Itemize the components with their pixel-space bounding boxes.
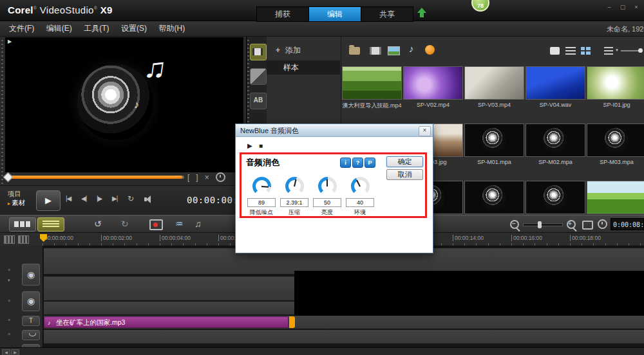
video-track-icon[interactable]: ◉ <box>22 264 40 286</box>
go-end-button[interactable]: ▶| <box>112 195 117 202</box>
ambience-dial[interactable] <box>351 177 370 196</box>
compression-dial[interactable] <box>285 177 304 196</box>
timeline-view-button[interactable] <box>37 217 64 232</box>
library-item[interactable]: 澳大利亚导入技能.mp4 <box>342 66 402 123</box>
mode-clip[interactable]: ▸素材 <box>8 198 25 208</box>
upload-arrow-icon[interactable] <box>417 8 426 18</box>
library-item[interactable]: SP-M02.mpa <box>526 123 585 181</box>
knob-value-field[interactable]: 89 <box>247 198 276 207</box>
audio-thumbnail[interactable] <box>526 181 585 214</box>
library-item[interactable]: SP-M03.mpa <box>587 123 644 181</box>
filter-photo-icon[interactable] <box>388 46 400 55</box>
timeline-scrollbar[interactable]: ◀ ▶ <box>0 347 644 355</box>
nav-title-button[interactable]: AB <box>250 93 267 109</box>
zoom-in-icon[interactable] <box>567 220 576 229</box>
audio-clip[interactable]: ♪ 坐在矿车上的国家.mp3 <box>44 316 289 328</box>
video-thumbnail[interactable] <box>464 66 524 100</box>
minimize-button[interactable]: – <box>605 3 613 11</box>
auto-music-icon[interactable]: ♫ <box>194 219 202 229</box>
zoom-out-icon[interactable] <box>510 220 519 229</box>
close-window-button[interactable]: × <box>632 3 640 11</box>
timeline-zoom-slider[interactable] <box>523 223 563 226</box>
enlarge-preview-icon[interactable] <box>216 172 225 182</box>
title-track-icon[interactable]: T <box>22 316 40 326</box>
go-start-button[interactable]: |◀ <box>66 195 71 202</box>
voice-track-icon[interactable] <box>22 330 40 340</box>
thumbnail-size-slider[interactable] <box>621 50 641 51</box>
audio-thumbnail[interactable] <box>587 123 644 157</box>
tab-capture[interactable]: 捕获 <box>256 6 309 22</box>
tab-share[interactable]: 共享 <box>361 6 413 22</box>
track-options-icon[interactable]: ≡ <box>8 332 10 336</box>
zoom-slider-handle[interactable] <box>538 221 542 228</box>
next-frame-button[interactable]: |▶ <box>97 195 102 202</box>
image-thumbnail[interactable] <box>587 66 644 100</box>
mark-in-icon[interactable]: [ <box>187 173 189 182</box>
library-item[interactable]: SP-V04.wav <box>526 66 585 123</box>
view-list-icon[interactable] <box>565 47 576 55</box>
preview-scrubber[interactable] <box>5 174 184 181</box>
help-button[interactable]: ? <box>352 158 363 168</box>
music-track[interactable] <box>44 330 644 343</box>
clip-trim-handle[interactable] <box>289 316 295 328</box>
audio-thumbnail[interactable] <box>526 123 585 157</box>
nav-transition-button[interactable] <box>250 68 267 85</box>
view-thumbnail-icon[interactable] <box>550 47 560 55</box>
filter-video-icon[interactable] <box>370 47 381 55</box>
repeat-button[interactable]: ↻ <box>128 194 133 203</box>
dialog-close-button[interactable]: × <box>419 126 431 136</box>
ripple-edit-icon[interactable] <box>18 235 29 244</box>
library-item[interactable] <box>526 181 585 215</box>
view-grid-icon[interactable] <box>581 47 591 55</box>
cancel-button[interactable]: 取消 <box>386 169 423 180</box>
overlay-track-icon[interactable]: ◉ <box>22 291 40 311</box>
storyboard-view-button[interactable] <box>9 217 36 232</box>
library-item[interactable]: SP-M01.mpa <box>464 123 524 181</box>
knob-value-field[interactable]: 40 <box>346 198 374 207</box>
menu-settings[interactable]: 设置(S) <box>121 23 147 34</box>
knob-value-field[interactable]: 2.39:1 <box>280 198 308 207</box>
scroll-left-button[interactable]: ◀ <box>2 349 10 355</box>
library-item[interactable]: SP-V03.mp4 <box>464 66 524 123</box>
library-item[interactable] <box>464 181 524 215</box>
menu-help[interactable]: 帮助(H) <box>158 23 185 34</box>
play-button[interactable]: ▶ <box>36 190 61 211</box>
track-options-icon[interactable]: ≡ <box>8 298 10 303</box>
duration-icon[interactable] <box>598 219 607 229</box>
track-collapse-icon[interactable]: ▾ <box>8 278 10 283</box>
sort-icon[interactable] <box>604 47 613 55</box>
filter-audio-icon[interactable]: ♪ <box>409 43 414 54</box>
scroll-right-button[interactable]: ▶ <box>11 349 19 355</box>
track-options-icon[interactable]: ≡ <box>8 318 10 322</box>
dialog-play-icon[interactable]: ▶ <box>247 142 252 149</box>
brightness-dial[interactable] <box>318 177 337 196</box>
knob-value-field[interactable]: 50 <box>313 198 341 207</box>
maximize-button[interactable]: ▢ <box>619 3 627 11</box>
audio-thumbnail[interactable] <box>464 123 524 157</box>
nav-media-button[interactable] <box>250 44 267 60</box>
menu-edit[interactable]: 编辑(E) <box>46 23 72 34</box>
volume-icon[interactable] <box>144 196 152 203</box>
menu-tools[interactable]: 工具(T) <box>84 23 109 34</box>
preset-button[interactable]: P <box>365 158 375 168</box>
prev-frame-button[interactable]: ◀| <box>81 195 86 202</box>
tab-edit[interactable]: 编辑 <box>309 6 361 22</box>
record-capture-icon[interactable] <box>149 219 163 230</box>
sound-mixer-icon[interactable]: ♒ <box>175 219 184 229</box>
mode-project[interactable]: 项目 <box>8 189 25 198</box>
library-item[interactable] <box>587 181 644 215</box>
image-thumbnail[interactable] <box>587 181 644 214</box>
filter-media-icon[interactable] <box>425 45 435 55</box>
video-thumbnail[interactable] <box>526 66 585 100</box>
scrubber-handle[interactable] <box>3 172 14 183</box>
ok-button[interactable]: 确定 <box>386 156 423 167</box>
fit-timeline-icon[interactable] <box>582 221 593 230</box>
noise-reduction-dial[interactable] <box>252 177 271 196</box>
add-folder-button[interactable]: +添加 <box>276 45 301 56</box>
dialog-stop-icon[interactable]: ■ <box>259 142 263 149</box>
track-options-icon[interactable]: ≡ <box>8 268 10 272</box>
video-thumbnail[interactable] <box>403 66 463 100</box>
voice-track[interactable]: ♪ 坐在矿车上的国家.mp3 <box>44 316 644 329</box>
video-thumbnail[interactable] <box>342 66 402 100</box>
undo-button[interactable]: ↺ <box>94 219 102 229</box>
